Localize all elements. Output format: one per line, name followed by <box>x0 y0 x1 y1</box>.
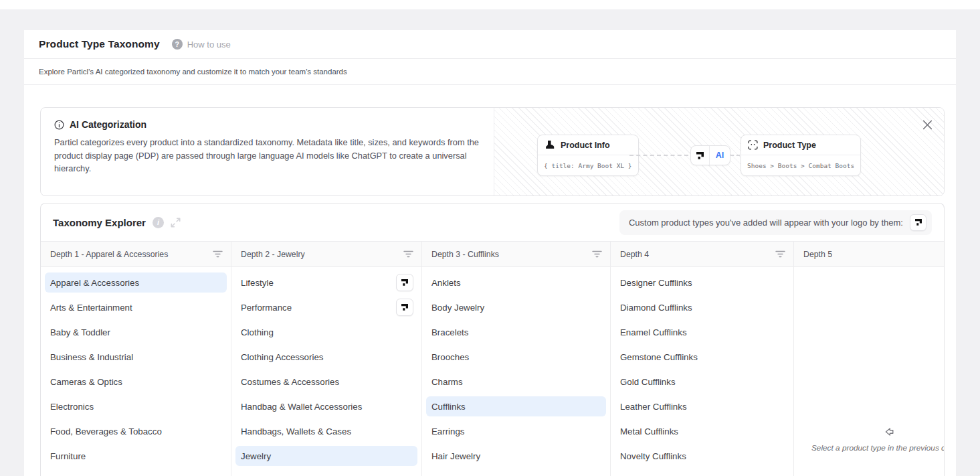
taxonomy-item[interactable]: Brooches <box>426 347 606 367</box>
taxonomy-item-label: Novelty Cufflinks <box>620 451 686 461</box>
taxonomy-column-depth-1: Apparel & AccessoriesArts & Entertainmen… <box>41 267 231 476</box>
taxonomy-item-label: Handbags, Wallets & Cases <box>241 426 351 437</box>
product-type-title: Product Type <box>763 141 816 150</box>
taxonomy-item[interactable]: Novelty Cufflinks <box>615 446 789 466</box>
taxonomy-item[interactable]: Electronics <box>45 396 227 416</box>
taxonomy-item[interactable]: Gold Cufflinks <box>615 372 789 392</box>
column-header-depth-4[interactable]: Depth 4 <box>611 242 794 266</box>
particl-logo-icon <box>915 219 922 226</box>
ai-node: AI <box>690 145 730 165</box>
taxonomy-item-label: Anklets <box>431 278 461 288</box>
product-info-card: Product Info { title: Army Boot XL } <box>537 135 639 176</box>
taxonomy-item-label: Baby & Toddler <box>50 327 110 337</box>
custom-types-note-text: Custom product types you've added will a… <box>629 218 903 228</box>
taxonomy-item-label: Earrings <box>431 426 465 437</box>
product-info-value: { title: Army Boot XL } <box>538 155 638 175</box>
taxonomy-item-label: Leather Cufflinks <box>620 402 687 412</box>
taxonomy-column-depth-2: LifestylePerformanceClothingClothing Acc… <box>231 267 422 476</box>
custom-logo-badge <box>910 214 926 231</box>
empty-column-hint: Select a product type in the previous co… <box>811 426 945 453</box>
empty-column-hint-text: Select a product type in the previous co… <box>811 443 945 453</box>
taxonomy-item[interactable]: Handbags, Wallets & Cases <box>235 421 417 441</box>
taxonomy-column-depth-3: AnkletsBody JewelryBraceletsBroochesChar… <box>422 267 611 476</box>
taxonomy-item[interactable]: Lifestyle <box>235 272 417 293</box>
taxonomy-item[interactable]: Apparel & Accessories <box>45 272 227 293</box>
taxonomy-item[interactable]: Earrings <box>426 421 606 441</box>
ai-banner-diagram: Product Info { title: Army Boot XL } AI <box>494 108 944 195</box>
back-arrow-icon <box>884 426 895 437</box>
expand-icon[interactable] <box>171 218 181 228</box>
taxonomy-item[interactable]: Business & Industrial <box>45 347 227 367</box>
taxonomy-item[interactable]: Charms <box>426 372 606 392</box>
particl-logo-icon <box>696 152 704 159</box>
how-to-use-link[interactable]: ? How to use <box>172 39 231 50</box>
taxonomy-item-label: Clothing <box>241 327 274 337</box>
column-header-depth-2[interactable]: Depth 2 - Jewelry <box>231 242 422 266</box>
filter-icon[interactable] <box>213 250 223 258</box>
taxonomy-item[interactable]: Metal Cufflinks <box>615 421 789 441</box>
column-header-label: Depth 1 - Apparel & Accessories <box>50 250 168 259</box>
filter-icon[interactable] <box>775 250 785 258</box>
columns-body: Apparel & AccessoriesArts & Entertainmen… <box>41 267 944 476</box>
taxonomy-item[interactable]: Jewelry <box>235 446 417 466</box>
column-header-depth-1[interactable]: Depth 1 - Apparel & Accessories <box>41 242 231 266</box>
page-subtitle-row: Explore Particl's AI categorized taxonom… <box>24 59 956 85</box>
taxonomy-item-label: Bracelets <box>431 327 468 337</box>
taxonomy-item[interactable]: Baby & Toddler <box>45 322 227 342</box>
info-circle-icon[interactable]: i <box>153 217 164 228</box>
close-banner-button[interactable] <box>921 118 933 131</box>
taxonomy-item[interactable]: Food, Beverages & Tobacco <box>45 421 227 441</box>
taxonomy-item-label: Enamel Cufflinks <box>620 327 687 337</box>
taxonomy-item-label: Charms <box>431 377 463 387</box>
taxonomy-item-label: Apparel & Accessories <box>50 278 139 288</box>
taxonomy-item[interactable]: Performance <box>235 297 417 317</box>
taxonomy-item[interactable]: Costumes & Accessories <box>235 372 417 392</box>
product-info-title: Product Info <box>561 141 610 150</box>
ai-banner-title: AI Categorization <box>70 119 146 130</box>
taxonomy-item[interactable]: Clothing <box>235 322 417 342</box>
taxonomy-item[interactable]: Body Jewelry <box>426 297 606 317</box>
taxonomy-item[interactable]: Clothing Accessories <box>235 347 417 367</box>
column-header-label: Depth 3 - Cufflinks <box>431 250 499 259</box>
product-type-card: Product Type Shoes > Boots > Combat Boot… <box>741 135 861 176</box>
taxonomy-item[interactable]: Bracelets <box>426 322 606 342</box>
taxonomy-item-label: Handbag & Wallet Accessories <box>241 402 362 412</box>
taxonomy-item-label: Performance <box>241 303 292 313</box>
taxonomy-explorer: Taxonomy Explorer i Custom product types… <box>40 203 945 476</box>
boot-icon <box>545 140 555 150</box>
ai-banner-text-section: AI Categorization Particl categorizes ev… <box>41 108 494 195</box>
taxonomy-item[interactable]: Cameras & Optics <box>45 372 227 392</box>
page-subtitle: Explore Particl's AI categorized taxonom… <box>39 68 347 76</box>
column-header-depth-5[interactable]: Depth 5 <box>794 242 944 266</box>
close-icon <box>922 120 933 130</box>
taxonomy-item-label: Electronics <box>50 402 94 412</box>
custom-logo-badge <box>396 299 413 316</box>
taxonomy-item[interactable]: Diamond Cufflinks <box>615 297 789 317</box>
taxonomy-item-label: Furniture <box>50 451 86 461</box>
filter-icon[interactable] <box>592 250 602 258</box>
taxonomy-item[interactable]: Designer Cufflinks <box>615 272 789 293</box>
product-type-value: Shoes > Boots > Combat Boots <box>741 155 860 175</box>
taxonomy-item-label: Clothing Accessories <box>241 352 323 362</box>
particl-logo-icon <box>401 279 408 286</box>
column-header-label: Depth 5 <box>803 250 832 259</box>
column-header-label: Depth 4 <box>620 250 649 259</box>
filter-icon[interactable] <box>403 250 413 258</box>
scan-icon <box>748 140 758 150</box>
main-panel: Product Type Taxonomy ? How to use Explo… <box>24 30 956 476</box>
taxonomy-item[interactable]: Enamel Cufflinks <box>615 322 789 342</box>
taxonomy-item-label: Business & Industrial <box>50 352 133 362</box>
taxonomy-item[interactable]: Hair Jewelry <box>426 446 606 466</box>
custom-logo-badge <box>396 274 413 291</box>
column-header-depth-3[interactable]: Depth 3 - Cufflinks <box>422 242 611 266</box>
taxonomy-item[interactable]: Handbag & Wallet Accessories <box>235 396 417 416</box>
page-title: Product Type Taxonomy <box>39 38 160 50</box>
taxonomy-item[interactable]: Leather Cufflinks <box>615 396 789 416</box>
taxonomy-item-label: Jewelry <box>241 451 271 461</box>
taxonomy-item[interactable]: Gemstone Cufflinks <box>615 347 789 367</box>
taxonomy-item[interactable]: Arts & Entertainment <box>45 297 227 317</box>
taxonomy-item[interactable]: Anklets <box>426 272 606 293</box>
particl-logo-icon <box>401 304 408 311</box>
taxonomy-item[interactable]: Cufflinks <box>426 396 606 416</box>
taxonomy-item[interactable]: Furniture <box>45 446 227 466</box>
